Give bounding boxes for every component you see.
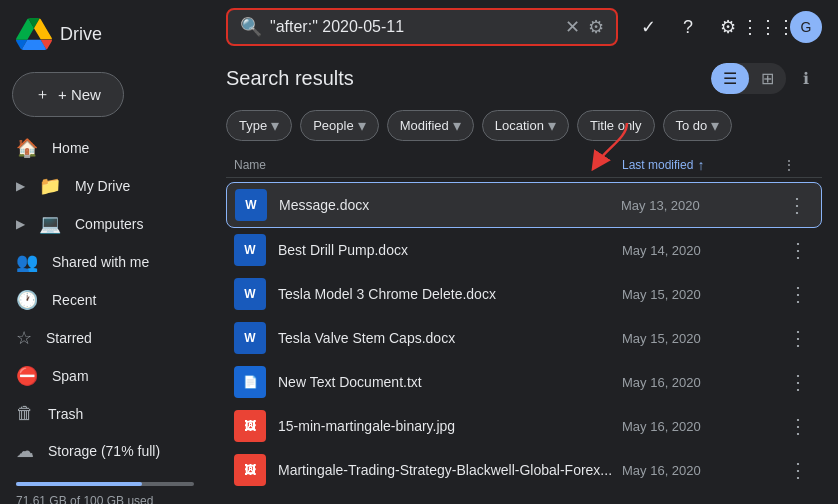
filter-title-only[interactable]: Title only xyxy=(577,110,655,141)
starred-icon: ☆ xyxy=(16,327,32,349)
chevron-down-icon: ▾ xyxy=(358,116,366,135)
search-input[interactable] xyxy=(270,18,557,36)
sidebar-item-home-label: Home xyxy=(52,140,89,156)
storage-section: 71.61 GB of 100 GB used Get more storage xyxy=(0,470,210,504)
filter-bar: Type ▾ People ▾ Modified ▾ Location ▾ Ti… xyxy=(226,110,822,141)
app-title: Drive xyxy=(60,24,102,45)
filter-type[interactable]: Type ▾ xyxy=(226,110,292,141)
word-file-icon: W xyxy=(234,322,266,354)
file-more-button[interactable]: ⋮ xyxy=(782,458,814,482)
file-name: Tesla Model 3 Chrome Delete.docx xyxy=(278,286,622,302)
filter-people[interactable]: People ▾ xyxy=(300,110,378,141)
file-date: May 16, 2020 xyxy=(622,419,782,434)
shared-icon: 👥 xyxy=(16,251,38,273)
file-name: 15-min-martingale-binary.jpg xyxy=(278,418,622,434)
main-area: 🔍 ✕ ⚙ ✓ ? ⚙ ⋮⋮⋮ G Search results ☰ ⊞ xyxy=(210,0,838,504)
file-date: May 14, 2020 xyxy=(622,243,782,258)
sidebar-item-shared-label: Shared with me xyxy=(52,254,149,270)
check-circle-icon[interactable]: ✓ xyxy=(630,9,666,45)
filter-todo[interactable]: To do ▾ xyxy=(663,110,733,141)
sidebar-item-computers-label: Computers xyxy=(75,216,143,232)
file-name: Tesla Valve Stem Caps.docx xyxy=(278,330,622,346)
file-row[interactable]: W Tesla Valve Stem Caps.docx May 15, 202… xyxy=(226,316,822,360)
apps-icon[interactable]: ⋮⋮⋮ xyxy=(750,9,786,45)
search-clear-icon[interactable]: ✕ xyxy=(565,16,580,38)
sidebar-item-storage[interactable]: ☁ Storage (71% full) xyxy=(0,432,198,470)
file-more-button[interactable]: ⋮ xyxy=(782,370,814,394)
spam-icon: ⛔ xyxy=(16,365,38,387)
sidebar-item-home[interactable]: 🏠 Home xyxy=(0,129,198,167)
help-icon[interactable]: ? xyxy=(670,9,706,45)
file-row[interactable]: W Message.docx May 13, 2020 ⋮ xyxy=(226,182,822,228)
sidebar-item-trash[interactable]: 🗑 Trash xyxy=(0,395,198,432)
file-date: May 15, 2020 xyxy=(622,331,782,346)
new-button[interactable]: ＋ + New xyxy=(12,72,124,117)
sidebar-item-mydrive[interactable]: ▶ 📁 My Drive xyxy=(0,167,198,205)
file-more-button[interactable]: ⋮ xyxy=(782,238,814,262)
storage-text: 71.61 GB of 100 GB used xyxy=(16,494,194,504)
file-row[interactable]: 🖼 Martingale-Trading-Strategy-Blackwell-… xyxy=(226,448,822,492)
chevron-right-icon: ▶ xyxy=(16,179,25,193)
grid-view-button[interactable]: ⊞ xyxy=(749,63,786,94)
jpg-file-icon: 🖼 xyxy=(234,410,266,442)
list-icon: ☰ xyxy=(723,69,737,88)
storage-bar-background xyxy=(16,482,194,486)
more-options-icon[interactable]: ⋮ xyxy=(782,157,796,173)
col-name-header: Name xyxy=(234,158,622,172)
content: Search results ☰ ⊞ ℹ Type ▾ Peo xyxy=(210,54,838,504)
search-options-icon[interactable]: ⚙ xyxy=(588,16,604,38)
table-header: Name Last modified ↑ ⋮ xyxy=(226,153,822,178)
chevron-down-icon: ▾ xyxy=(548,116,556,135)
sidebar-item-starred[interactable]: ☆ Starred xyxy=(0,319,198,357)
file-more-button[interactable]: ⋮ xyxy=(782,326,814,350)
file-row[interactable]: 📄 New Text Document.txt May 16, 2020 ⋮ xyxy=(226,360,822,404)
word-file-icon: W xyxy=(234,234,266,266)
info-button[interactable]: ℹ xyxy=(790,62,822,94)
sidebar-item-shared[interactable]: 👥 Shared with me xyxy=(0,243,198,281)
file-row[interactable]: W Best Drill Pump.docx May 14, 2020 ⋮ xyxy=(226,228,822,272)
recent-icon: 🕐 xyxy=(16,289,38,311)
sidebar-item-mydrive-label: My Drive xyxy=(75,178,130,194)
col-modified-header[interactable]: Last modified ↑ xyxy=(622,157,782,173)
new-button-label: + New xyxy=(58,86,101,103)
drive-logo-icon xyxy=(16,16,52,52)
chevron-down-icon: ▾ xyxy=(711,116,719,135)
avatar[interactable]: G xyxy=(790,11,822,43)
sidebar-item-spam-label: Spam xyxy=(52,368,89,384)
file-date: May 16, 2020 xyxy=(622,463,782,478)
col-modified-label: Last modified xyxy=(622,158,693,172)
file-row[interactable]: 🖼 15-min-martingale-binary.jpg May 16, 2… xyxy=(226,404,822,448)
grid-icon: ⊞ xyxy=(761,69,774,88)
header: 🔍 ✕ ⚙ ✓ ? ⚙ ⋮⋮⋮ G xyxy=(210,0,838,54)
file-date: May 16, 2020 xyxy=(622,375,782,390)
word-file-icon: W xyxy=(234,278,266,310)
filter-todo-label: To do xyxy=(676,118,708,133)
sidebar-item-recent-label: Recent xyxy=(52,292,96,308)
logo-area: Drive xyxy=(0,8,210,68)
computers-icon: 💻 xyxy=(39,213,61,235)
filter-modified[interactable]: Modified ▾ xyxy=(387,110,474,141)
file-more-button[interactable]: ⋮ xyxy=(782,282,814,306)
filter-title-only-label: Title only xyxy=(590,118,642,133)
sidebar-item-storage-label: Storage (71% full) xyxy=(48,443,160,459)
file-row[interactable]: W Tesla Model 3 Chrome Delete.docx May 1… xyxy=(226,272,822,316)
list-view-button[interactable]: ☰ xyxy=(711,63,749,94)
sidebar: Drive ＋ + New 🏠 Home ▶ 📁 My Drive ▶ 💻 Co… xyxy=(0,0,210,504)
view-controls: ☰ ⊞ ℹ xyxy=(711,62,822,94)
filter-type-label: Type xyxy=(239,118,267,133)
file-name: Best Drill Pump.docx xyxy=(278,242,622,258)
sort-ascending-icon: ↑ xyxy=(697,157,704,173)
home-icon: 🏠 xyxy=(16,137,38,159)
file-name: Martingale-Trading-Strategy-Blackwell-Gl… xyxy=(278,462,622,478)
file-more-button[interactable]: ⋮ xyxy=(782,414,814,438)
file-date: May 15, 2020 xyxy=(622,287,782,302)
chevron-down-icon: ▾ xyxy=(271,116,279,135)
sidebar-item-computers[interactable]: ▶ 💻 Computers xyxy=(0,205,198,243)
file-more-button[interactable]: ⋮ xyxy=(781,193,813,217)
file-date: May 13, 2020 xyxy=(621,198,781,213)
chevron-down-icon: ▾ xyxy=(453,116,461,135)
filter-location[interactable]: Location ▾ xyxy=(482,110,569,141)
search-bar[interactable]: 🔍 ✕ ⚙ xyxy=(226,8,618,46)
sidebar-item-recent[interactable]: 🕐 Recent xyxy=(0,281,198,319)
sidebar-item-spam[interactable]: ⛔ Spam xyxy=(0,357,198,395)
